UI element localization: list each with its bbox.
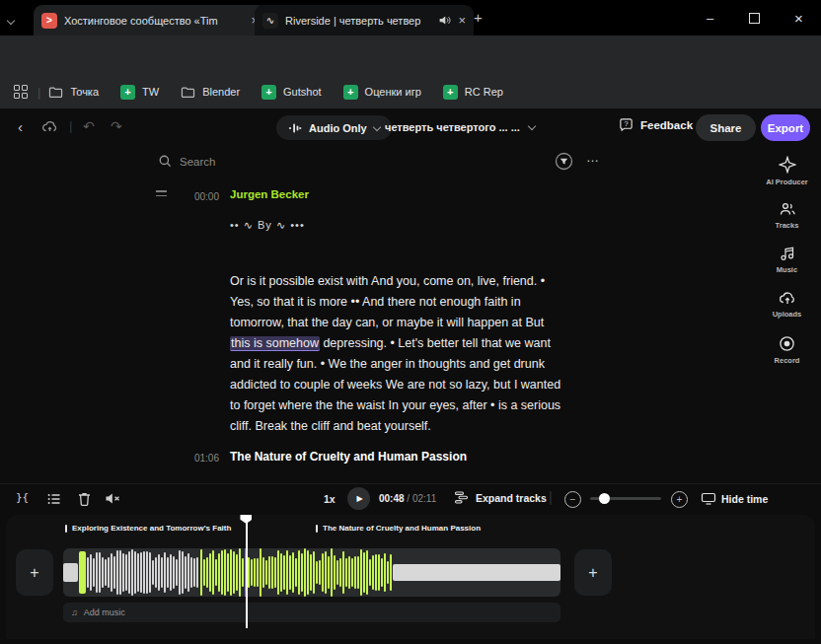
question-bubble-icon: ?	[619, 117, 634, 132]
window-controls: – ×	[688, 0, 821, 36]
play-button[interactable]: ▶	[347, 487, 370, 510]
editor-top-bar: ‹ | ↶ ↷ Audio Only четверть четвертого .…	[0, 108, 821, 148]
project-title-dropdown[interactable]: четверть четвертого ... ...	[385, 121, 520, 133]
sound-markers[interactable]: •• ∿ By ∿ •••	[230, 219, 305, 232]
monitor-icon	[701, 491, 716, 506]
audio-waveform-track[interactable]	[63, 548, 560, 597]
chevron-down-icon	[372, 122, 380, 130]
chevron-down-icon[interactable]	[528, 122, 536, 130]
rail-item-ai-producer[interactable]: AI Producer	[753, 156, 821, 186]
close-window-button[interactable]: ×	[777, 0, 821, 36]
green-doc-icon: +	[443, 85, 458, 100]
folder-icon	[181, 86, 195, 99]
timeline-zoom-in-button[interactable]: +	[671, 491, 688, 508]
browser-toolbar: ← → ↻ riverside.fm/dashboard/editor/ca89…	[0, 36, 821, 75]
right-rail: AI Producer Tracks Music Uploads Record	[753, 148, 821, 483]
bookmark-tochka[interactable]: Точка	[48, 86, 99, 99]
chapter-marker-bar	[316, 525, 318, 533]
add-clip-right-button[interactable]: +	[574, 549, 612, 596]
audio-only-dropdown[interactable]: Audio Only	[276, 115, 392, 140]
export-button[interactable]: Export	[761, 114, 810, 141]
bookmark-ocenki-igr[interactable]: + Оценки игр	[343, 85, 421, 100]
text-segment[interactable]: Or is it possible exist with And you, co…	[230, 274, 545, 329]
more-options-icon[interactable]: …	[586, 150, 601, 165]
minimize-button[interactable]: –	[688, 0, 732, 36]
block-timestamp: 00:00	[156, 191, 219, 202]
audio-bars-icon	[288, 121, 302, 135]
green-doc-icon: +	[261, 85, 276, 100]
speaker-name[interactable]: Jurgen Becker	[230, 188, 309, 200]
music-note-icon	[780, 246, 795, 261]
timeline-chapter-marker[interactable]: Exploring Existence and Tomorrow's Faith	[65, 524, 231, 533]
red-arrow-favicon: >	[41, 13, 57, 29]
search-input[interactable]: Search	[180, 156, 215, 168]
cloud-sync-icon[interactable]	[41, 119, 58, 134]
tab-title: Хостинговое сообщество «Tim	[64, 15, 244, 27]
add-clip-left-button[interactable]: +	[16, 549, 53, 596]
share-button[interactable]: Share	[696, 114, 756, 141]
clip-list-icon[interactable]	[46, 491, 62, 507]
undo-icon[interactable]: ↶	[83, 118, 95, 134]
rail-item-tracks[interactable]: Tracks	[753, 201, 821, 230]
folder-icon	[48, 86, 63, 99]
rail-item-record[interactable]: Record	[753, 335, 821, 365]
svg-text:?: ?	[624, 119, 628, 128]
bookmark-gutshot[interactable]: + Gutshot	[261, 85, 322, 100]
bookmark-rc-rep[interactable]: + RC Rep	[443, 85, 503, 100]
split-clip-icon[interactable]: }{	[16, 491, 29, 504]
browser-tab-hosting[interactable]: > Хостинговое сообщество «Tim ×	[34, 5, 266, 36]
new-tab-button[interactable]: +	[474, 9, 483, 26]
rail-item-music[interactable]: Music	[753, 246, 821, 274]
highlighted-words[interactable]: this is somehow	[230, 336, 320, 351]
redo-icon[interactable]: ↷	[111, 118, 122, 134]
transcript-paragraph[interactable]: Or is it possible exist with And you, co…	[230, 271, 561, 437]
bookmark-tw[interactable]: + TW	[120, 85, 159, 100]
cloud-upload-icon	[779, 290, 796, 306]
time-display: 00:48 / 02:11	[379, 493, 436, 504]
toolbar-separator: |	[549, 489, 553, 505]
mute-icon[interactable]	[105, 491, 121, 506]
tab-title: Riverside | четверть четвер	[285, 15, 431, 27]
music-note-icon: ♫	[71, 608, 78, 617]
waveform-favicon: ∿	[262, 13, 278, 29]
filter-icon[interactable]	[555, 152, 573, 171]
delete-icon[interactable]	[77, 491, 92, 507]
bookmark-blender[interactable]: Blender	[181, 86, 240, 99]
audio-playing-icon[interactable]	[438, 14, 451, 27]
bookmarks-separator: |	[37, 85, 40, 100]
expand-tracks-button[interactable]: Expand tracks	[454, 490, 547, 505]
chapter-marker-bar	[65, 525, 67, 533]
chapter-timestamp: 01:06	[156, 453, 219, 464]
separator: |	[69, 118, 72, 133]
green-doc-icon: +	[120, 85, 135, 100]
playback-speed[interactable]: 1x	[324, 493, 336, 505]
back-chevron-icon[interactable]: ‹	[18, 120, 23, 134]
sparkle-icon	[779, 156, 796, 174]
transcript-search-row: Search …	[148, 148, 612, 178]
tab-search-icon[interactable]	[8, 10, 14, 28]
timeline-chapter-marker[interactable]: The Nature of Cruelty and Human Passion	[316, 524, 481, 533]
apps-grid-icon[interactable]	[14, 85, 28, 99]
bookmarks-bar: | Точка + TW Blender + Gutshot + Оценки …	[0, 75, 821, 109]
record-icon	[779, 335, 795, 352]
timeline-zoom-slider[interactable]	[590, 497, 661, 500]
timeline-toolbar: }{ 1x ▶ 00:48 / 02:11 Expand tracks | − …	[0, 483, 821, 514]
feedback-button[interactable]: ? Feedback	[619, 117, 693, 132]
hide-time-button[interactable]: Hide time	[721, 493, 768, 505]
add-music-track[interactable]: ♫ Add music	[63, 603, 560, 622]
browser-tab-riverside[interactable]: ∿ Riverside | четверть четвер ×	[255, 5, 474, 36]
timeline-panel: Exploring Existence and Tomorrow's Faith…	[6, 515, 815, 639]
maximize-button[interactable]	[732, 0, 777, 36]
riverside-editor: ‹ | ↶ ↷ Audio Only четверть четвертого .…	[0, 108, 821, 644]
chapter-title[interactable]: The Nature of Cruelty and Human Passion	[230, 450, 467, 464]
people-icon	[779, 201, 796, 217]
tab-strip: > Хостинговое сообщество «Tim × ∿ Rivers…	[0, 0, 821, 36]
search-icon	[158, 154, 173, 169]
slider-knob[interactable]	[599, 493, 610, 504]
rail-item-uploads[interactable]: Uploads	[753, 290, 821, 319]
tracks-icon	[454, 490, 469, 505]
timeline-zoom-out-button[interactable]: −	[564, 491, 581, 508]
playhead-line[interactable]	[246, 518, 248, 628]
playhead-handle[interactable]	[240, 515, 252, 524]
close-icon[interactable]: ×	[458, 13, 466, 28]
